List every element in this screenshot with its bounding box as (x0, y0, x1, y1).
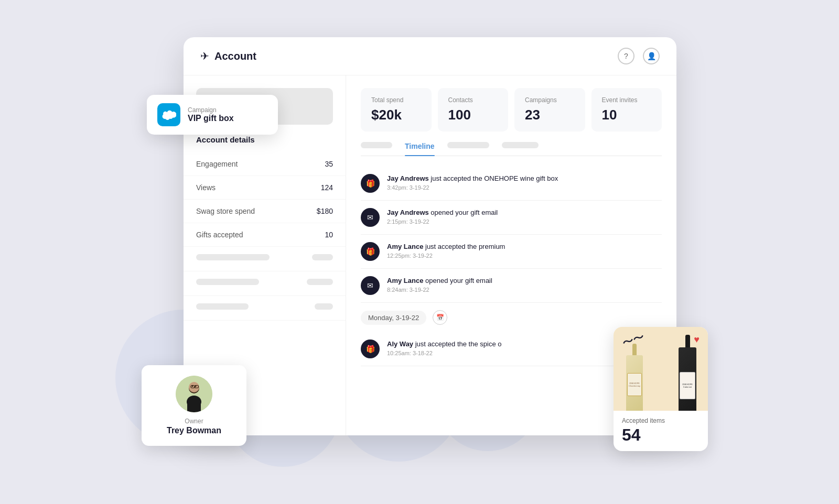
timeline-text-2: Amy Lance just accepted the premium (387, 242, 505, 251)
timeline-icon-gift-0: 🎁 (361, 174, 380, 193)
tabs-bar: Timeline (361, 142, 662, 156)
detail-value-swag: $180 (317, 207, 333, 215)
stat-card-events: Event invites 10 (591, 88, 662, 132)
help-icon: ? (624, 52, 628, 60)
stat-value-events: 10 (602, 107, 652, 123)
timeline-item-2: 🎁 Amy Lance just accepted the premium 12… (361, 235, 662, 269)
timeline-time-3: 8:24am: 3-19-22 (387, 287, 492, 293)
tab-skeleton-3 (502, 142, 539, 148)
campaign-label: Campaign (188, 106, 234, 114)
campaign-info: Campaign VIP gift box (188, 106, 234, 123)
timeline-time-after-0: 10:25am: 3-18-22 (387, 350, 501, 356)
timeline-content-2: Amy Lance just accepted the premium 12:2… (387, 242, 505, 259)
detail-row-gifts: Gifts accepted 10 (184, 223, 346, 247)
timeline-text-1: Jay Andrews opened your gift email (387, 208, 498, 217)
timeline-text-3: Amy Lance opened your gift email (387, 276, 492, 286)
user-icon: 👤 (647, 52, 656, 60)
heart-icon: ♥ (694, 334, 700, 345)
stat-label-contacts: Contacts (448, 96, 498, 104)
timeline-content-0: Jay Andrews just accepted the ONEHOPE wi… (387, 174, 558, 191)
stat-value-spend: $20k (371, 107, 421, 123)
stat-value-contacts: 100 (448, 107, 498, 123)
detail-value-engagement: 35 (325, 160, 333, 168)
detail-value-gifts: 10 (325, 231, 333, 239)
stat-label-spend: Total spend (371, 96, 421, 104)
detail-row-views: Views 124 (184, 176, 346, 200)
stat-label-campaigns: Campaigns (525, 96, 575, 104)
timeline-item-0: 🎁 Jay Andrews just accepted the ONEHOPE … (361, 167, 662, 201)
timeline-item-3: ✉ Amy Lance opened your gift email 8:24a… (361, 269, 662, 303)
timeline-content-3: Amy Lance opened your gift email 8:24am:… (387, 276, 492, 293)
tab-skeleton-1 (361, 142, 392, 148)
help-button[interactable]: ? (618, 48, 634, 64)
accepted-card-image: 〜〜 ONEHOPE Chardonnay ONEHOPE Cabernet (614, 327, 708, 411)
detail-label-swag: Swag store spend (196, 207, 255, 215)
tab-skeleton-2 (447, 142, 489, 148)
owner-label: Owner (185, 418, 203, 425)
detail-label-engagement: Engagement (196, 160, 238, 168)
stats-row: Total spend $20k Contacts 100 Campaigns … (361, 88, 662, 132)
timeline-time-2: 12:25pm: 3-19-22 (387, 253, 505, 259)
accepted-card-info: Accepted items 54 (614, 411, 708, 451)
owner-card: Owner Trey Bowman (142, 365, 246, 446)
wine-label-white-text: ONEHOPE Chardonnay (628, 382, 641, 387)
stat-card-spend: Total spend $20k (361, 88, 432, 132)
campaign-card: Campaign VIP gift box (147, 95, 278, 135)
accepted-items-card: 〜〜 ONEHOPE Chardonnay ONEHOPE Cabernet (614, 327, 708, 451)
calendar-icon: 📅 (433, 310, 447, 325)
detail-label-views: Views (196, 183, 216, 192)
timeline-item-1: ✉ Jay Andrews opened your gift email 2:1… (361, 201, 662, 235)
timeline-content-1: Jay Andrews opened your gift email 2:15p… (387, 208, 498, 225)
header-right: ? 👤 (618, 48, 660, 64)
timeline-time-0: 3:42pm: 3-19-22 (387, 184, 558, 191)
timeline-icon-gift-after-0: 🎁 (361, 339, 380, 358)
detail-row-swag: Swag store spend $180 (184, 200, 346, 223)
timeline-icon-email-1: ✉ (361, 208, 380, 227)
timeline-text-0: Jay Andrews just accepted the ONEHOPE wi… (387, 174, 558, 183)
timeline-text-after-0: Aly Way just accepted the the spice o (387, 339, 501, 349)
date-label: Monday, 3-19-22 (361, 311, 426, 325)
user-button[interactable]: 👤 (643, 48, 660, 64)
app-title: Account (214, 50, 256, 62)
stat-card-campaigns: Campaigns 23 (514, 88, 585, 132)
timeline-icon-gift-2: 🎁 (361, 242, 380, 261)
account-details-title: Account details (184, 135, 346, 144)
detail-row-engagement: Engagement 35 (184, 152, 346, 176)
owner-name: Trey Bowman (167, 426, 221, 435)
svg-point-3 (189, 382, 199, 392)
header: ✈ Account ? 👤 (184, 37, 676, 75)
detail-label-gifts: Gifts accepted (196, 231, 243, 239)
timeline-content-after-0: Aly Way just accepted the the spice o 10… (387, 339, 501, 356)
campaign-name: VIP gift box (188, 114, 234, 123)
timeline-icon-email-3: ✉ (361, 276, 380, 295)
salesforce-logo (157, 103, 180, 126)
stat-label-events: Event invites (602, 96, 652, 104)
wine-label-dark-text: ONEHOPE Cabernet (680, 383, 695, 388)
accepted-items-value: 54 (622, 425, 700, 445)
app-logo-icon: ✈ (200, 50, 209, 62)
stat-value-campaigns: 23 (525, 107, 575, 123)
owner-avatar (176, 376, 212, 412)
accepted-items-label: Accepted items (622, 417, 700, 424)
tab-timeline[interactable]: Timeline (405, 142, 435, 156)
detail-value-views: 124 (321, 183, 333, 192)
stat-card-contacts: Contacts 100 (438, 88, 509, 132)
header-left: ✈ Account (200, 50, 256, 62)
timeline-time-1: 2:15pm: 3-19-22 (387, 218, 498, 225)
